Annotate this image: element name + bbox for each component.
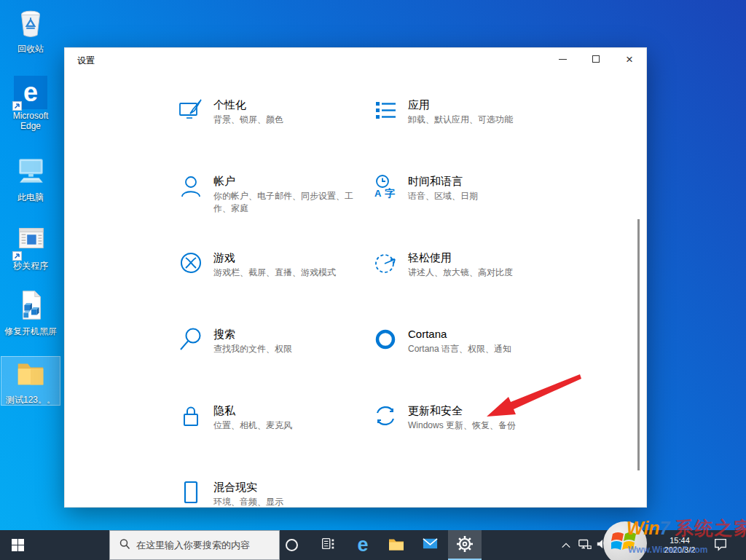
desktop-icon-ceshi123[interactable]: 测试123。。 (1, 357, 60, 405)
tile-title: Cortana (408, 326, 558, 342)
watermark-url: Www.Winwin7.com (628, 545, 707, 555)
tile-subtitle: 查找我的文件、权限 (213, 343, 364, 355)
desktop-icon-label: 秒关程序 (13, 261, 48, 271)
this-pc-icon (14, 154, 47, 191)
edge-icon: e (14, 76, 47, 109)
desktop-icon-label: 此电脑 (17, 192, 44, 202)
recycle-bin-icon (14, 6, 47, 42)
shortcut-arrow-icon (12, 251, 22, 261)
tile-subtitle: 卸载、默认应用、可选功能 (408, 114, 558, 126)
maximize-icon (592, 55, 600, 63)
accounts-icon (178, 173, 205, 215)
window-titlebar[interactable]: 设置 × (65, 48, 646, 71)
tile-subtitle: 讲述人、放大镜、高对比度 (408, 267, 558, 279)
search-input[interactable] (136, 540, 267, 551)
mail-button[interactable] (414, 530, 446, 560)
desktop-icon-miaoguan[interactable]: 秒关程序 (1, 223, 60, 271)
windows-logo-icon (12, 539, 24, 551)
tile-title: 混合现实 (213, 479, 364, 494)
watermark-brand-win: Win (627, 518, 660, 538)
folder-icon (14, 357, 47, 393)
update-security-icon (373, 403, 399, 432)
settings-window: 设置 × 个性化 背景、锁屏、颜色 应用 (64, 47, 647, 508)
desktop-icon-label: 回收站 (17, 44, 44, 54)
tile-subtitle: Windows 更新、恢复、备份 (408, 419, 558, 432)
taskbar-search[interactable] (109, 530, 280, 560)
desktop-icon-recycle-bin[interactable]: 回收站 (1, 6, 60, 54)
settings-tile-gaming[interactable]: 游戏 游戏栏、截屏、直播、游戏模式 (178, 250, 366, 279)
close-icon: × (626, 53, 633, 66)
desktop-icon-this-pc[interactable]: 此电脑 (1, 154, 60, 202)
chevron-up-icon (561, 539, 571, 552)
tray-chevron-button[interactable] (557, 530, 576, 560)
time-language-icon: A 字 (373, 173, 399, 202)
tile-subtitle: 位置、相机、麦克风 (213, 419, 364, 432)
privacy-icon (178, 403, 205, 432)
app-window-icon (14, 223, 47, 259)
window-title: 设置 (77, 55, 95, 67)
file-explorer-button[interactable] (380, 530, 412, 560)
shortcut-arrow-icon (12, 101, 22, 111)
edge-icon: e (357, 535, 368, 555)
gaming-icon (178, 250, 205, 279)
maximize-button[interactable] (579, 48, 613, 70)
tile-subtitle: 你的帐户、电子邮件、同步设置、工作、家庭 (213, 190, 364, 215)
settings-tile-update-security[interactable]: 更新和安全 Windows 更新、恢复、备份 (373, 403, 561, 432)
svg-text:A: A (374, 188, 382, 199)
tile-subtitle: 环境、音频、显示 (213, 496, 364, 508)
watermark-brand-7: 7 (660, 518, 670, 538)
desktop-icon-label: 测试123。。 (6, 395, 55, 405)
tile-title: 帐户 (213, 173, 364, 189)
cortana-icon (373, 326, 399, 355)
tile-subtitle: Cortana 语言、权限、通知 (408, 343, 558, 355)
desktop-icon-xiufu[interactable]: 修复开机黑屏 (1, 288, 60, 336)
settings-tile-time-language[interactable]: A 字 时间和语言 语音、区域、日期 (373, 173, 561, 202)
tile-title: 时间和语言 (408, 173, 558, 189)
settings-tile-accounts[interactable]: 帐户 你的帐户、电子邮件、同步设置、工作、家庭 (178, 173, 366, 215)
tile-subtitle: 背景、锁屏、颜色 (213, 114, 364, 126)
personalization-icon (178, 97, 205, 126)
mail-icon (422, 535, 439, 555)
search-icon (119, 538, 130, 553)
gear-icon (456, 535, 474, 556)
settings-tile-search[interactable]: 搜索 查找我的文件、权限 (178, 326, 366, 355)
tile-subtitle: 游戏栏、截屏、直播、游戏模式 (213, 267, 364, 279)
minimize-icon (559, 59, 567, 60)
settings-tile-privacy[interactable]: 隐私 位置、相机、麦克风 (178, 403, 366, 432)
tile-title: 游戏 (213, 250, 364, 265)
watermark-brand: Win7 系统之家 (627, 518, 746, 537)
close-button[interactable]: × (613, 48, 646, 70)
tile-title: 个性化 (213, 97, 364, 112)
registry-file-icon (14, 288, 47, 325)
network-tray-button[interactable] (576, 530, 594, 560)
desktop-icon-label: Microsoft Edge (1, 111, 60, 131)
network-icon (578, 537, 592, 553)
desktop-icon-label: 修复开机黑屏 (4, 326, 57, 336)
start-button[interactable] (0, 530, 35, 560)
apps-icon (373, 97, 399, 126)
svg-text:字: 字 (385, 187, 395, 199)
minimize-button[interactable] (546, 48, 579, 70)
cortana-button[interactable] (275, 530, 307, 560)
tile-title: 轻松使用 (408, 250, 558, 265)
settings-tile-cortana[interactable]: Cortana Cortana 语言、权限、通知 (373, 326, 561, 355)
desktop: { "colors": { "accent": "#0078d4", "desk… (0, 0, 746, 560)
mixed-reality-icon (178, 479, 205, 508)
folder-icon (388, 535, 405, 556)
cortana-icon (286, 539, 298, 551)
window-scrollbar[interactable] (637, 219, 640, 470)
settings-tile-ease-of-access[interactable]: 轻松使用 讲述人、放大镜、高对比度 (373, 250, 561, 279)
task-view-icon (320, 536, 336, 555)
settings-taskbar-button[interactable] (448, 530, 482, 560)
action-center-icon (713, 537, 728, 554)
settings-tile-apps[interactable]: 应用 卸载、默认应用、可选功能 (373, 97, 561, 126)
edge-taskbar-button[interactable]: e (347, 530, 379, 560)
task-view-button[interactable] (312, 530, 344, 560)
watermark-brand-cn: 系统之家 (675, 518, 746, 538)
settings-tile-personalization[interactable]: 个性化 背景、锁屏、颜色 (178, 97, 366, 126)
desktop-icon-edge[interactable]: e Microsoft Edge (1, 76, 60, 131)
tile-title: 搜索 (213, 326, 364, 342)
tile-title: 隐私 (213, 403, 364, 418)
tile-title: 更新和安全 (408, 403, 558, 418)
settings-tile-mixed-reality[interactable]: 混合现实 环境、音频、显示 (178, 479, 366, 508)
